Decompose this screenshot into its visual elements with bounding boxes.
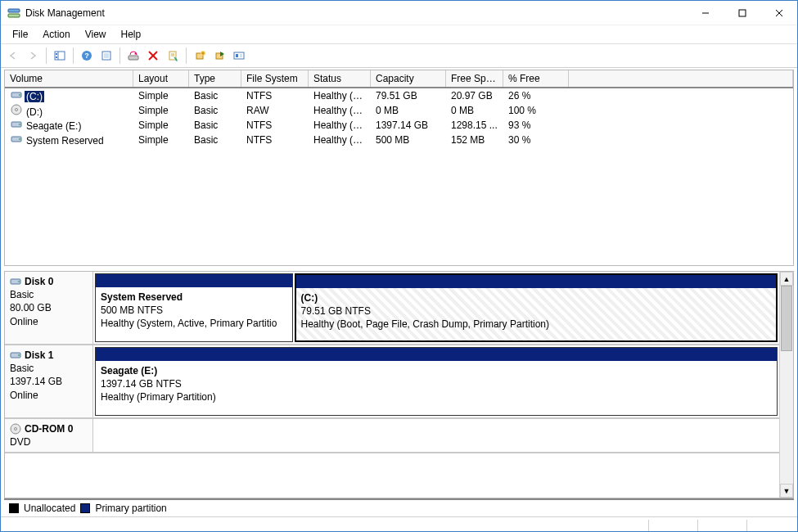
menu-bar: File Action View Help (1, 25, 797, 43)
menu-file[interactable]: File (6, 27, 34, 42)
extend-volume-button[interactable] (210, 47, 228, 65)
svg-rect-0 (8, 9, 20, 12)
disk-icon (10, 423, 21, 435)
window-title: Disk Management (25, 7, 105, 19)
volume-fs: NTFS (241, 117, 309, 133)
svg-rect-23 (234, 52, 244, 59)
volume-name: System Reserved (25, 135, 106, 147)
volume-pct: 100 % (503, 102, 569, 119)
volume-free: 152 MB (446, 132, 503, 148)
disk-name: CD-ROM 0 (25, 422, 73, 435)
svg-point-35 (18, 281, 20, 282)
disks-scroll-area: Disk 0Basic80.00 GBOnlineSystem Reserved… (5, 272, 779, 498)
minimize-button[interactable] (687, 1, 724, 25)
disk-name: Disk 0 (25, 275, 53, 288)
volumes-body[interactable]: (C:)SimpleBasicNTFSHealthy (B...79.51 GB… (5, 88, 793, 265)
partition-status: Healthy (Primary Partition) (101, 390, 772, 404)
scroll-thumb[interactable] (781, 286, 792, 351)
settings-button[interactable] (230, 47, 248, 65)
partition[interactable]: Seagate (E:)1397.14 GB NTFSHealthy (Prim… (95, 347, 778, 416)
menu-view[interactable]: View (79, 27, 113, 42)
volume-row[interactable]: (D:)SimpleBasicRAWHealthy (P...0 MB0 MB1… (5, 103, 793, 118)
volume-status: Healthy (S... (309, 132, 371, 148)
maximize-button[interactable] (724, 1, 760, 25)
volume-capacity: 500 MB (371, 132, 446, 148)
disk-status: Online (10, 315, 88, 328)
disk-row: Disk 0Basic80.00 GBOnlineSystem Reserved… (5, 272, 779, 345)
volume-name: Seagate (E:) (25, 120, 83, 132)
col-pct[interactable]: % Free (503, 70, 569, 87)
volumes-pane: Volume Layout Type File System Status Ca… (4, 70, 794, 266)
scroll-track[interactable] (780, 286, 793, 484)
menu-help[interactable]: Help (115, 27, 148, 42)
col-type[interactable]: Type (189, 70, 241, 87)
close-button[interactable] (760, 1, 797, 25)
volume-icon (10, 134, 23, 144)
back-button[interactable] (4, 47, 22, 65)
disk-size: 80.00 GB (10, 301, 88, 314)
volume-row[interactable]: Seagate (E:)SimpleBasicNTFSHealthy (P...… (5, 118, 793, 133)
disk-icon (10, 350, 21, 360)
volume-icon (10, 90, 23, 100)
refresh-button[interactable] (97, 47, 115, 65)
col-rest[interactable] (569, 70, 793, 87)
partition-size: 79.51 GB NTFS (301, 304, 771, 318)
volume-status: Healthy (P... (309, 102, 371, 119)
help-button[interactable]: ? (78, 47, 96, 65)
svg-point-31 (19, 124, 20, 125)
partition-name: (C:) (301, 291, 771, 304)
volume-status: Healthy (P... (309, 117, 371, 133)
volume-icon (10, 104, 23, 115)
new-volume-button[interactable] (191, 47, 209, 65)
title-bar: Disk Management (1, 1, 797, 25)
partition-color-bar (96, 274, 292, 287)
status-bar (1, 516, 797, 531)
volume-free: 1298.15 ... (446, 117, 503, 133)
partition-name: Seagate (E:) (101, 364, 772, 377)
volumes-header: Volume Layout Type File System Status Ca… (5, 70, 793, 88)
svg-rect-1 (8, 14, 20, 17)
app-icon (7, 7, 20, 20)
partition[interactable]: (C:)79.51 GB NTFSHealthy (Boot, Page Fil… (295, 273, 778, 342)
svg-rect-8 (56, 53, 57, 55)
disk-kind: Basic (10, 288, 88, 301)
col-fs[interactable]: File System (241, 70, 309, 87)
volume-layout: Simple (133, 102, 189, 119)
legend-label-primary: Primary partition (95, 503, 166, 514)
properties-button[interactable] (164, 47, 182, 65)
svg-point-33 (19, 138, 20, 140)
svg-rect-3 (739, 10, 746, 16)
volume-row[interactable]: System ReservedSimpleBasicNTFSHealthy (S… (5, 133, 793, 147)
vertical-scrollbar[interactable]: ▲ ▼ (779, 272, 793, 498)
scroll-down-button[interactable]: ▼ (780, 484, 793, 498)
disk-info[interactable]: Disk 1Basic1397.14 GBOnline (5, 345, 93, 417)
disk-size: 1397.14 GB (10, 375, 88, 388)
content-area: Volume Layout Type File System Status Ca… (1, 68, 797, 516)
col-layout[interactable]: Layout (133, 70, 189, 87)
col-status[interactable]: Status (309, 70, 371, 87)
col-volume[interactable]: Volume (5, 70, 133, 87)
volume-type: Basic (189, 132, 241, 148)
svg-rect-14 (128, 56, 138, 60)
col-free[interactable]: Free Spa... (446, 70, 503, 87)
volume-layout: Simple (133, 117, 189, 133)
disks-pane: Disk 0Basic80.00 GBOnlineSystem Reserved… (4, 271, 794, 498)
col-capacity[interactable]: Capacity (371, 70, 446, 87)
disk-name: Disk 1 (25, 349, 53, 362)
disk-info[interactable]: CD-ROM 0DVD (5, 419, 93, 452)
menu-action[interactable]: Action (36, 27, 76, 42)
volume-capacity: 1397.14 GB (371, 117, 446, 133)
disk-info[interactable]: Disk 0Basic80.00 GBOnline (5, 272, 93, 344)
forward-button[interactable] (24, 47, 42, 65)
disk-kind: Basic (10, 362, 88, 375)
partition[interactable]: System Reserved500 MB NTFSHealthy (Syste… (95, 273, 293, 342)
scroll-up-button[interactable]: ▲ (780, 272, 793, 286)
disk-row: Disk 1Basic1397.14 GBOnlineSeagate (E:)1… (5, 345, 779, 419)
rescan-disks-button[interactable] (124, 47, 142, 65)
disk-icon (10, 277, 21, 286)
delete-button[interactable] (144, 47, 162, 65)
partition-size: 500 MB NTFS (101, 304, 287, 317)
svg-text:?: ? (84, 52, 89, 60)
show-console-tree-button[interactable] (51, 47, 69, 65)
disk-row: CD-ROM 0DVD (5, 419, 779, 453)
